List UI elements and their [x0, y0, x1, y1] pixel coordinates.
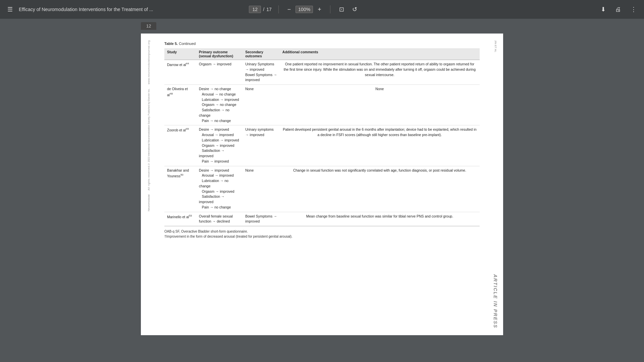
rights-text: All rights reserved. — [147, 165, 150, 190]
content-area: 12 www.neuromodulationjournal.org © 2022… — [0, 19, 644, 362]
more-button[interactable]: ⋮ — [629, 4, 639, 14]
zoom-in-button[interactable]: + — [316, 5, 323, 14]
toolbar-right: ⬇ 🖨 ⋮ — [599, 4, 639, 14]
cell-comments: One patient reported no improvement in s… — [280, 60, 480, 85]
table-row: Darrow et al44Orgasm → improvedUrinary S… — [164, 60, 480, 85]
bottom-watermark: Neuromodulat — [147, 194, 150, 211]
table-caption-bold: Table 5. — [164, 42, 178, 46]
left-watermark: www.neuromodulationjournal.org © 2022 In… — [141, 34, 156, 335]
cell-primary: Orgasm → improved — [196, 60, 243, 85]
zoom-controls: − + — [285, 5, 323, 14]
col-header-study: Study — [164, 48, 196, 60]
toolbar: ☰ Efficacy of Neuromodulation Interventi… — [0, 0, 644, 19]
cell-study: Darrow et al44 — [164, 60, 196, 85]
cell-comments: Patient developed persistent genital aro… — [280, 125, 480, 166]
cell-secondary: Urinary symptoms → improved — [243, 125, 280, 166]
table-caption: Table 5. Continued — [164, 40, 480, 47]
zoom-input[interactable] — [296, 6, 313, 13]
copyright-text: © 2022 International Neuromodulation Soc… — [148, 88, 150, 165]
cell-secondary: Bowel Symptoms → improved — [243, 212, 280, 226]
cell-comments: None — [280, 85, 480, 125]
table-row: Banakhar and Youness50Desire → improved … — [164, 166, 480, 212]
cell-secondary: None — [243, 85, 280, 125]
footnote-line: †Improvement in the form of decreased ar… — [164, 234, 480, 239]
table-caption-rest: Continued — [178, 42, 196, 46]
table-area: Table 5. Continued Study Primary outcome… — [164, 40, 480, 328]
cell-study: Marinello et al53 — [164, 212, 196, 226]
main-table: Study Primary outcome (sexual dysfunctio… — [164, 48, 480, 226]
page-number-input[interactable] — [249, 6, 261, 13]
total-pages: 17 — [266, 7, 272, 12]
divider-2 — [330, 5, 330, 13]
divider-1 — [278, 5, 279, 13]
cell-primary: Overall female sexual function → decline… — [196, 212, 243, 226]
page-separator: / — [263, 7, 264, 12]
table-row: Marinello et al53Overall female sexual f… — [164, 212, 480, 226]
document-title: Efficacy of Neuromodulation Intervention… — [19, 7, 245, 12]
paper-page: www.neuromodulationjournal.org © 2022 In… — [141, 34, 503, 335]
cell-comments: Change in sexual function was not signif… — [280, 166, 480, 212]
table-header-row: Study Primary outcome (sexual dysfunctio… — [164, 48, 480, 60]
print-button[interactable]: 🖨 — [613, 5, 623, 14]
download-button[interactable]: ⬇ — [599, 4, 608, 14]
menu-button[interactable]: ☰ — [5, 4, 15, 14]
footnote-area: OAB-q SF, Overactive Bladder short-form … — [164, 229, 480, 239]
cell-study: de Oliveira et al48 — [164, 85, 196, 125]
cell-secondary: None — [243, 166, 280, 212]
zoom-out-button[interactable]: − — [285, 5, 293, 14]
col-header-comments: Additional comments — [280, 48, 480, 60]
history-button[interactable]: ↺ — [350, 4, 359, 14]
col-header-primary: Primary outcome (sexual dysfunction) — [196, 48, 243, 60]
fit-page-button[interactable]: ⊡ — [337, 4, 346, 14]
footnote-line: OAB-q SF, Overactive Bladder short-form … — [164, 229, 480, 234]
right-top-text: JIN ET AL — [494, 40, 497, 52]
page-navigation: / 17 — [249, 6, 271, 13]
journal-url: www.neuromodulationjournal.org — [147, 40, 150, 84]
cell-primary: Desire → no change Arousal → no change L… — [196, 85, 243, 125]
cell-primary: Desire → improved Arousal → improved Lub… — [196, 125, 243, 166]
cell-primary: Desire → improved Arousal → improved Lub… — [196, 166, 243, 212]
cell-secondary: Urinary Symptoms → improved Bowel Sympto… — [243, 60, 280, 85]
page-tab: 12 — [141, 22, 156, 30]
table-row: Zoorob et al49Desire → improved Arousal … — [164, 125, 480, 166]
table-row: de Oliveira et al48Desire → no change Ar… — [164, 85, 480, 125]
cell-comments: Mean change from baseline sexual functio… — [280, 212, 480, 226]
cell-study: Zoorob et al49 — [164, 125, 196, 166]
right-watermark: JIN ET AL ARTICLE IN PRESS — [488, 34, 503, 335]
cell-study: Banakhar and Youness50 — [164, 166, 196, 212]
page-wrapper: 12 www.neuromodulationjournal.org © 2022… — [141, 22, 503, 362]
article-in-press-text: ARTICLE IN PRESS — [493, 274, 498, 328]
col-header-secondary: Secondary outcomes — [243, 48, 280, 60]
